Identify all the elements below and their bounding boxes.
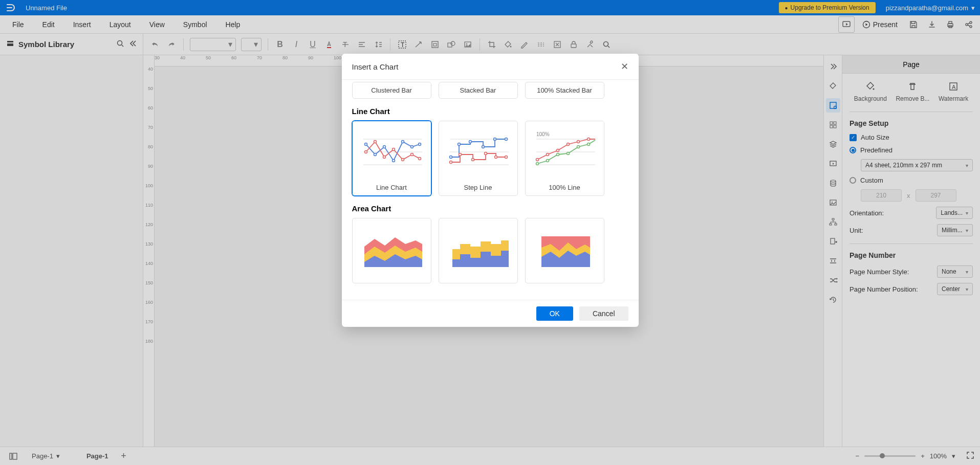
svg-text:100%: 100% <box>536 131 550 137</box>
svg-point-81 <box>536 159 539 161</box>
svg-point-60 <box>411 153 413 156</box>
line-chart-section-title: Line Chart <box>352 107 639 116</box>
svg-point-83 <box>557 149 559 152</box>
svg-point-73 <box>472 159 474 161</box>
svg-point-66 <box>458 143 461 146</box>
svg-point-48 <box>365 143 367 146</box>
svg-marker-100 <box>541 251 590 267</box>
svg-point-52 <box>402 141 404 143</box>
svg-point-65 <box>450 156 452 159</box>
svg-point-72 <box>459 153 462 156</box>
svg-point-84 <box>567 143 570 146</box>
chart-option-step-area[interactable] <box>439 218 518 283</box>
cancel-button[interactable]: Cancel <box>579 306 628 321</box>
chart-option-line[interactable]: Line Chart <box>352 121 431 196</box>
area-chart-section-title: Area Chart <box>352 204 639 213</box>
svg-point-58 <box>393 148 395 151</box>
svg-point-50 <box>383 146 386 148</box>
svg-point-67 <box>469 141 472 143</box>
svg-point-56 <box>374 141 377 143</box>
svg-point-91 <box>577 146 580 148</box>
svg-point-92 <box>587 143 590 146</box>
svg-point-88 <box>547 160 549 162</box>
svg-point-85 <box>577 141 580 143</box>
chart-option-100-line[interactable]: 100% 100% Line <box>525 121 604 196</box>
svg-point-87 <box>536 163 539 165</box>
svg-point-70 <box>505 138 508 141</box>
close-icon[interactable]: ✕ <box>621 61 628 72</box>
svg-point-53 <box>411 146 413 148</box>
insert-chart-dialog: Insert a Chart ✕ Clustered Bar Stacked B… <box>342 54 639 327</box>
svg-point-76 <box>505 156 508 159</box>
svg-point-68 <box>482 146 485 148</box>
chart-option-stacked-area[interactable] <box>525 218 604 283</box>
svg-point-75 <box>495 156 497 159</box>
svg-point-51 <box>393 160 395 162</box>
svg-point-86 <box>587 138 590 141</box>
chart-option-100-stacked-bar[interactable]: 100% Stacked Bar <box>525 82 604 99</box>
svg-point-69 <box>494 138 496 141</box>
svg-point-49 <box>374 153 377 156</box>
svg-point-61 <box>419 158 421 160</box>
svg-point-54 <box>419 143 421 146</box>
chart-option-area[interactable] <box>352 218 431 283</box>
svg-point-90 <box>567 152 570 155</box>
chart-option-clustered-bar[interactable]: Clustered Bar <box>352 82 431 99</box>
svg-point-74 <box>485 152 487 155</box>
svg-point-89 <box>557 153 559 156</box>
chart-option-step-line[interactable]: Step Line <box>439 121 518 196</box>
chart-option-stacked-bar[interactable]: Stacked Bar <box>439 82 518 99</box>
svg-point-59 <box>402 159 404 161</box>
dialog-title: Insert a Chart <box>352 62 399 71</box>
ok-button[interactable]: OK <box>536 306 573 321</box>
modal-backdrop[interactable]: Insert a Chart ✕ Clustered Bar Stacked B… <box>0 0 980 465</box>
svg-point-82 <box>547 153 549 156</box>
svg-point-57 <box>383 156 386 159</box>
svg-point-71 <box>450 161 452 164</box>
svg-point-55 <box>365 151 367 153</box>
